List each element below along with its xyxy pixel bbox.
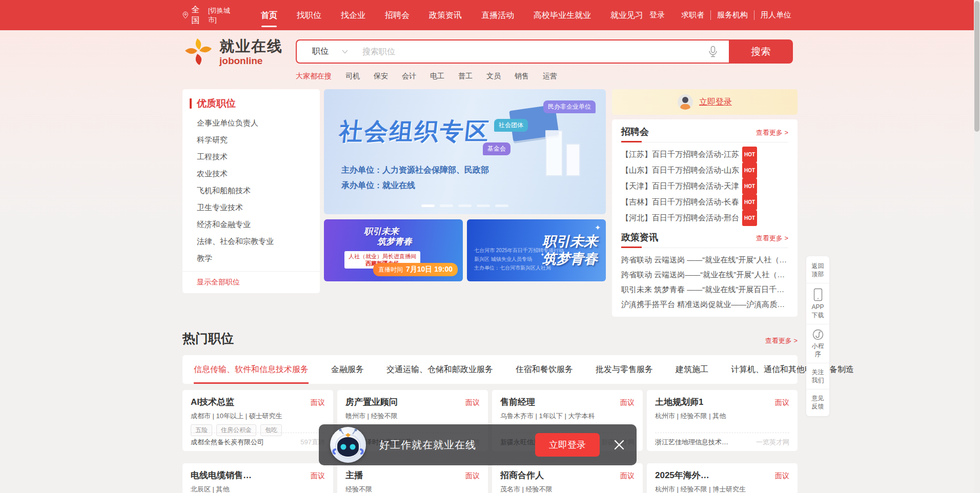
- job-card-livestream-host[interactable]: 主播面议 经验不限 包住加班补助 天爵传媒有限公司洛阳…597直聘: [337, 463, 488, 493]
- scrollbar-thumb[interactable]: [974, 1, 979, 132]
- job-card-ai-director[interactable]: AI技术总监面议 成都市 | 10年以上 | 硕士研究生 五险住房公积金包吃 成…: [182, 390, 333, 451]
- tab-information-technology[interactable]: 信息传输、软件和信息技术服务: [194, 355, 309, 384]
- jobfair-item[interactable]: 【江苏】百日千万招聘会活动-江苏HOT: [621, 147, 788, 162]
- hot-tag-accountant[interactable]: 会计: [402, 72, 416, 81]
- promo2-sub-2: 新兴区 城镇失业人员专场: [474, 255, 564, 263]
- hot-search-row: 大家都在搜 司机 保安 会计 电工 普工 文员 销售 运营: [296, 72, 798, 81]
- search-bar: 职位 搜索: [296, 39, 793, 64]
- hot-jobs-more-link[interactable]: 查看更多 >: [765, 336, 798, 345]
- follow-us-button[interactable]: 关注我们: [806, 363, 829, 389]
- tab-construction[interactable]: 建筑施工: [676, 355, 708, 384]
- sidebar-item-economics-finance[interactable]: 经济和金融专业: [182, 216, 320, 233]
- location-label[interactable]: 全国: [192, 5, 205, 26]
- nav-item-home[interactable]: 首页: [261, 0, 277, 30]
- promo-banner-qitaihe[interactable]: ✦ ✦ 职引未来 筑梦青春 七台河市 2025年百日千万招聘专项行动 新兴区 城…: [467, 219, 606, 281]
- hero-carousel-banner[interactable]: 社会组织专区 主办单位：人力资源社会保障部、民政部 承办单位：就业在线 社会团体…: [324, 89, 606, 214]
- hot-tag-operations[interactable]: 运营: [543, 72, 557, 81]
- hot-jobs-section: 热门职位 查看更多 > 信息传输、软件和信息技术服务 金融服务 交通运输、仓储和…: [182, 330, 798, 493]
- carousel-dot[interactable]: [477, 204, 490, 207]
- policy-item[interactable]: 跨省联动 云端送岗 ——“就业在线”开展“人社（就业…: [621, 252, 788, 267]
- nav-item-graduate-employment[interactable]: 高校毕业生就业: [534, 0, 591, 30]
- tab-finance[interactable]: 金融服务: [331, 355, 364, 384]
- banner-building-graphic: [566, 143, 580, 176]
- nav-item-policy-news[interactable]: 政策资讯: [429, 0, 462, 30]
- tab-transport-logistics[interactable]: 交通运输、仓储和邮政业服务: [386, 355, 493, 384]
- sidebar-item-teaching[interactable]: 教学: [182, 250, 320, 267]
- nav-item-find-companies[interactable]: 找企业: [341, 0, 365, 30]
- login-now-link[interactable]: 立即登录: [699, 97, 732, 108]
- salary-label: 面议: [311, 471, 325, 481]
- sidebar-item-engineering[interactable]: 工程技术: [182, 149, 320, 166]
- job-card-land-planner[interactable]: 土地规划师1面议 杭州市 | 经验不限 | 其他 浙江艺佳地理信息技术…一览英才…: [647, 390, 798, 451]
- search-input[interactable]: [362, 47, 704, 56]
- nav-item-find-jobs[interactable]: 找职位: [297, 0, 321, 30]
- sidebar-item-science-research[interactable]: 科学研究: [182, 132, 320, 149]
- promo-banner-live-broadcast[interactable]: 职引未来 筑梦青春 人社（就业）局长进直播间 西藏新疆专场 直播时间 7月10日…: [324, 219, 463, 281]
- jobseeker-link[interactable]: 求职者: [675, 10, 710, 20]
- mini-program-button[interactable]: 小程序: [806, 324, 829, 363]
- nav-item-job-fairs[interactable]: 招聘会: [385, 0, 410, 30]
- switch-city-link[interactable]: [切换城市]: [208, 6, 233, 25]
- hot-tag-driver[interactable]: 司机: [345, 72, 360, 81]
- company-name: 成都全然备长炭有限公司: [191, 438, 264, 447]
- promo1-headline-1: 职引未来: [364, 227, 412, 237]
- jobfair-item[interactable]: 【河北】百日千万招聘会活动-邢台HOT: [621, 210, 788, 226]
- agency-link[interactable]: 服务机构: [710, 10, 754, 20]
- job-card-investment-partner[interactable]: 招商合作人面议 茂名市 | 经验不限 五险 茂名海文影视传媒有限…597直聘: [492, 463, 643, 493]
- back-to-top-button[interactable]: 返回顶部: [806, 257, 829, 283]
- jobfair-more-link[interactable]: 查看更多 >: [756, 128, 788, 137]
- site-logo[interactable]: 就业在线 jobonline: [182, 36, 296, 67]
- login-link[interactable]: 登录: [643, 10, 675, 20]
- show-all-jobs-link[interactable]: 显示全部职位: [182, 274, 320, 288]
- hot-tag-electrician[interactable]: 电工: [430, 72, 444, 81]
- policy-item[interactable]: 职引未来 筑梦青春 ——“就业在线”开展百日千万专…: [621, 282, 788, 297]
- hot-tag-guard[interactable]: 保安: [374, 72, 388, 81]
- sidebar-item-agriculture[interactable]: 农业技术: [182, 166, 320, 182]
- sidebar-item-law-religion[interactable]: 法律、社会和宗教专业: [182, 233, 320, 250]
- hot-tag-worker[interactable]: 普工: [458, 72, 473, 81]
- sidebar-item-health[interactable]: 卫生专业技术: [182, 199, 320, 216]
- employer-link[interactable]: 用人单位: [754, 10, 798, 20]
- close-icon[interactable]: [613, 439, 625, 451]
- feedback-button[interactable]: 意见反馈: [806, 389, 829, 415]
- floating-side-toolbar: 返回顶部 APP下载 小程序 关注我们 意见反馈: [806, 256, 829, 416]
- policy-more-link[interactable]: 查看更多 >: [756, 234, 788, 243]
- carousel-dot[interactable]: [440, 204, 453, 207]
- carousel-dot[interactable]: [458, 204, 472, 207]
- scrollbar-track[interactable]: [974, 0, 980, 493]
- hot-tag-clerk[interactable]: 文员: [486, 72, 501, 81]
- tab-electronics-manufacturing[interactable]: 计算机、通信和其他电子设备制造: [731, 355, 854, 384]
- nav-account-links: 登录 求职者 服务机构 用人单位: [643, 10, 798, 20]
- job-card-cable-sales[interactable]: 电线电缆销售…面议 北辰区 | 其他 天津市万顺兴业线缆有…一览英才网: [182, 463, 333, 493]
- tab-hospitality[interactable]: 住宿和餐饮服务: [516, 355, 573, 384]
- nav-item-live-events[interactable]: 直播活动: [481, 0, 514, 30]
- carousel-dot[interactable]: [421, 204, 435, 207]
- jobfair-item[interactable]: 【天津】百日千万招聘会活动-天津HOT: [621, 178, 788, 194]
- voice-search-icon[interactable]: [708, 46, 718, 58]
- banner-building-graphic: [545, 130, 563, 176]
- hot-tag-sales[interactable]: 销售: [515, 72, 529, 81]
- banner-bubble-private-non-enterprise: 民办非企业单位: [543, 100, 596, 113]
- sidebar-accent-bar: [190, 98, 192, 109]
- banner-undertaker-line: 承办单位：就业在线: [341, 180, 415, 191]
- job-card-2025-overseas[interactable]: 2025年海外…面议 杭州市 | 经验不限 | 博士研究生 之江实验室浙江省人才…: [647, 463, 798, 493]
- popup-login-button[interactable]: 立即登录: [535, 433, 600, 457]
- sidebar-item-aircraft-ship[interactable]: 飞机和船舶技术: [182, 182, 320, 199]
- jobfair-item[interactable]: 【山东】百日千万招聘会活动-山东HOT: [621, 162, 788, 178]
- hot-search-label: 大家都在搜: [296, 72, 332, 81]
- policy-item[interactable]: 沪滇携手搭平台 精准送岗促就业——沪滇高质量就…: [621, 297, 788, 312]
- hot-badge: HOT: [742, 162, 757, 178]
- location-selector[interactable]: 全国 [切换城市]: [182, 5, 233, 26]
- policy-item[interactable]: 跨省联动 云端送岗——“就业在线”开展“人社（就业…: [621, 267, 788, 282]
- app-download-button[interactable]: APP下载: [806, 283, 829, 324]
- carousel-dot[interactable]: [495, 204, 508, 207]
- sidebar-item-enterprise-leaders[interactable]: 企事业单位负责人: [182, 115, 320, 132]
- nav-item-internship[interactable]: 就业见习: [610, 0, 643, 30]
- promo1-headline-2: 筑梦青春: [377, 237, 412, 247]
- hot-badge: HOT: [742, 147, 757, 162]
- jobfair-item[interactable]: 【吉林】百日千万招聘会活动-长春HOT: [621, 194, 788, 210]
- tab-wholesale-retail[interactable]: 批发与零售服务: [596, 355, 653, 384]
- search-button[interactable]: 搜索: [729, 39, 793, 64]
- search-category-dropdown[interactable]: 职位: [304, 46, 353, 57]
- avatar: [678, 94, 693, 110]
